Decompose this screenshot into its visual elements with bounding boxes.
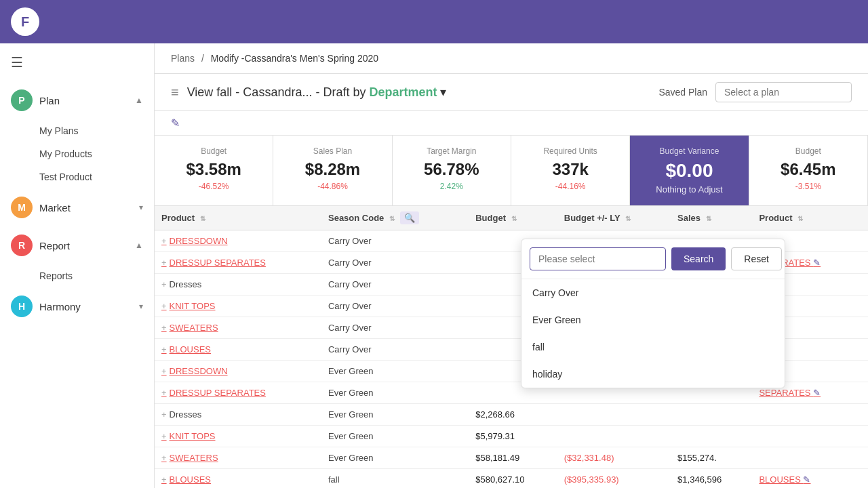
cell-product: +Dresses [155,274,321,296]
content-area: Plans / Modify -Cassandra's Men's Spring… [155,43,868,488]
hamburger-menu[interactable]: ☰ [0,43,154,81]
cell-season: fall [321,469,469,489]
kpi-sub-budget-variance: Nothing to Adjust [644,184,734,195]
cell-product2 [752,447,868,469]
breadcrumb-link[interactable]: Plans [171,53,195,64]
cell-product[interactable]: +BLOUSES [155,469,321,489]
cell-product: +Dresses [155,404,321,426]
view-header-right: Saved Plan [658,82,852,102]
expand-icon[interactable]: + [161,258,167,268]
cell-season: Carry Over [321,296,469,317]
cell-product2 [752,404,868,426]
avatar-plan: P [11,89,33,111]
saved-plan-label: Saved Plan [658,87,707,98]
sidebar-item-report[interactable]: R Report ▲ [0,226,154,264]
view-title-dept[interactable]: Department [369,85,437,99]
sidebar-item-plan[interactable]: P Plan ▲ [0,81,154,119]
filter-option[interactable]: Ever Green [521,306,785,333]
main-layout: ☰ P Plan ▲ My Plans My Products Test Pro… [0,43,868,488]
dept-chevron[interactable]: ▾ [437,85,446,99]
cell-product[interactable]: +SWEATERS [155,317,321,339]
col-season-code[interactable]: Season Code ⇅ 🔍 [321,206,469,230]
expand-icon[interactable]: + [161,344,167,354]
col-budget[interactable]: Budget ⇅ [469,206,557,230]
cell-product[interactable]: +DRESSDOWN [155,230,321,252]
chevron-up-icon: ▲ [135,96,143,105]
edit-cell-icon[interactable]: ✎ [813,258,821,268]
cell-budget: $580,627.10 [469,469,557,489]
select-plan-input[interactable] [715,82,852,102]
cell-product[interactable]: +DRESSUP SEPARATES [155,252,321,274]
filter-search-button[interactable]: Search [671,247,726,270]
kpi-value-required-units: 337k [525,160,616,179]
filter-option[interactable]: fall [521,333,785,361]
cell-season: Carry Over [321,339,469,361]
cell-product[interactable]: +DRESSUP SEPARATES [155,382,321,404]
cell-season: Ever Green [321,382,469,404]
filter-search-input[interactable] [530,247,666,270]
cell-budget: $2,268.66 [469,404,557,426]
chevron-up-icon-report: ▲ [135,241,143,250]
edit-cell-icon[interactable]: ✎ [803,474,810,485]
filter-icon[interactable]: 🔍 [400,211,419,224]
expand-icon[interactable]: + [161,431,167,441]
table-row: +Dresses Ever Green $2,268.66 [155,404,868,426]
chevron-down-icon-harmony: ▾ [139,302,143,311]
expand-icon[interactable]: + [161,323,167,333]
kpi-change-budget2: -3.51% [763,182,854,191]
breadcrumb-separator: / [201,53,204,64]
kpi-row: Budget $3.58m -46.52% Sales Plan $8.28m … [155,136,868,206]
sidebar-item-market[interactable]: M Market ▾ [0,188,154,226]
cell-budget-ly: ($32,331.48) [557,447,671,469]
sidebar-item-harmony[interactable]: H Harmony ▾ [0,287,154,325]
cell-product[interactable]: +KNIT TOPS [155,426,321,447]
cell-product[interactable]: +KNIT TOPS [155,296,321,317]
kpi-value-budget-variance: $0.00 [644,160,734,182]
filter-search-row: Search Reset [521,239,785,279]
edit-cell-icon[interactable]: ✎ [813,388,821,398]
expand-icon[interactable]: + [161,279,167,289]
sidebar-item-reports[interactable]: Reports [0,264,154,287]
edit-icon[interactable]: ✎ [171,117,180,129]
sidebar-item-test-product[interactable]: Test Product [0,165,154,188]
expand-icon[interactable]: + [161,301,167,311]
sidebar-label-plan: Plan [39,95,128,106]
cell-sales [671,404,752,426]
sidebar-label-harmony: Harmony [39,301,132,312]
filter-option[interactable]: Carry Over [521,279,785,306]
cell-season: Carry Over [321,230,469,252]
expand-icon[interactable]: + [161,236,167,246]
kpi-value-budget2: $6.45m [763,160,854,179]
view-header: ≡ View fall - Cassandra... - Draft by De… [155,74,868,111]
cell-product[interactable]: +SWEATERS [155,447,321,469]
col-budget-ly[interactable]: Budget +/- LY ⇅ [557,206,671,230]
cell-product[interactable]: +BLOUSES [155,339,321,361]
kpi-card-budget-variance: Budget Variance $0.00 Nothing to Adjust [630,136,749,205]
sidebar-item-my-products[interactable]: My Products [0,142,154,165]
expand-icon[interactable]: + [161,474,167,485]
cell-budget: $58,181.49 [469,447,557,469]
kpi-label-budget2: Budget [763,146,854,156]
kpi-label-required-units: Required Units [525,146,616,156]
kpi-card-budget2: Budget $6.45m -3.51% [749,136,868,205]
table-row: +BLOUSES fall $580,627.10 ($395,335.93) … [155,469,868,489]
kpi-label-budget: Budget [168,146,259,156]
cell-season: Carry Over [321,274,469,296]
view-list-icon: ≡ [171,85,179,100]
expand-icon[interactable]: + [161,409,167,420]
col-sales[interactable]: Sales ⇅ [671,206,752,230]
col-product2[interactable]: Product ⇅ [752,206,868,230]
app-logo[interactable]: F [11,7,39,36]
avatar-market: M [11,197,33,218]
kpi-value-sales-plan: $8.28m [287,160,378,179]
expand-icon[interactable]: + [161,388,167,398]
sidebar-item-my-plans[interactable]: My Plans [0,119,154,142]
filter-option[interactable]: holiday [521,361,785,388]
cell-product[interactable]: +DRESSDOWN [155,361,321,382]
table-container: Product ⇅ Season Code ⇅ 🔍 Budget ⇅ Budge… [155,206,868,488]
filter-reset-button[interactable]: Reset [731,247,782,270]
sidebar: ☰ P Plan ▲ My Plans My Products Test Pro… [0,43,155,488]
expand-icon[interactable]: + [161,366,167,376]
expand-icon[interactable]: + [161,453,167,463]
col-product[interactable]: Product ⇅ [155,206,321,230]
